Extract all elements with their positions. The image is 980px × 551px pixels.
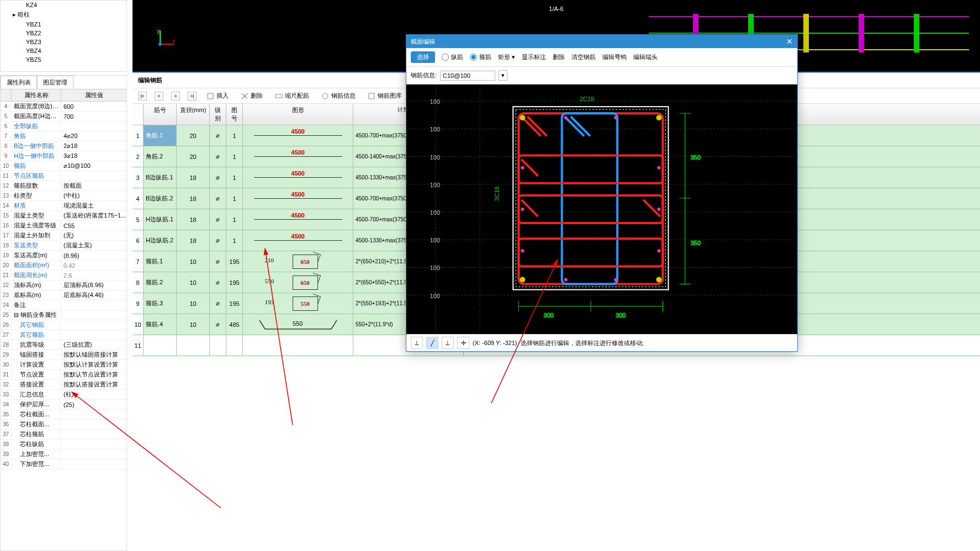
tree-item[interactable]: YBZ1	[1, 20, 126, 29]
property-row[interactable]: 22顶标高(m)层顶标高(8.96)	[1, 280, 126, 290]
delete-button[interactable]: 删除	[239, 91, 265, 101]
axis-grid-label: 1/A-6	[549, 6, 563, 12]
property-row[interactable]: 17混凝土外加剂(无)	[1, 231, 126, 241]
section-status-bar: ⊥ ╱ ⊥ ✛ (X: -609 Y: -321) 选择钢筋进行编辑，选择标注进…	[406, 334, 797, 351]
dim-w2: 300	[616, 312, 626, 319]
close-icon[interactable]: ✕	[786, 37, 793, 46]
info-icon	[321, 92, 329, 100]
nav-first-icon[interactable]: |<	[138, 92, 147, 100]
tab-layer-manage[interactable]: 图层管理	[37, 76, 73, 89]
property-row[interactable]: 10箍筋⌀10@100	[1, 161, 126, 171]
property-row[interactable]: 31 节点设置按默认节点设置计算	[1, 370, 126, 380]
tab-property-list[interactable]: 属性列表	[1, 76, 37, 89]
dim-h1: 350	[691, 154, 701, 161]
property-row[interactable]: 19泵送高度(m)(8.96)	[1, 251, 126, 261]
status-btn-2[interactable]: ╱	[426, 337, 438, 349]
nav-last-icon[interactable]: >|	[188, 92, 197, 100]
property-row[interactable]: 40 下加密范...	[1, 459, 126, 469]
nav-next-icon[interactable]: >	[171, 92, 180, 100]
property-row[interactable]: 23底标高(m)层底标高(4.46)	[1, 290, 126, 300]
property-rows[interactable]: 4截面宽度(B边)(...6005截面高度(H边)(...7006全部纵筋7角筋…	[1, 102, 126, 550]
insert-button[interactable]: 插入	[204, 91, 231, 101]
svg-point-47	[520, 115, 525, 120]
rebar-info-button[interactable]: 钢筋信息	[319, 91, 358, 101]
dim-w1: 300	[544, 312, 554, 319]
radio-stirrup[interactable]: 箍筋	[470, 53, 491, 61]
h-stirrup-1[interactable]	[518, 156, 663, 183]
property-row[interactable]: 6全部纵筋	[1, 121, 126, 131]
property-row[interactable]: 8B边一侧中部筋2⌀18	[1, 141, 126, 151]
radio-longitudinal[interactable]: 纵筋	[442, 53, 463, 61]
clear-rebar-button[interactable]: 清空钢筋	[571, 53, 596, 61]
property-row[interactable]: 33 汇总信息(柱)	[1, 390, 126, 400]
property-row[interactable]: 13柱类型(中柱)	[1, 191, 126, 201]
property-row[interactable]: 18泵送类型(混凝土泵)	[1, 241, 126, 251]
property-row[interactable]: 29 锚固搭接按默认锚固搭接计算	[1, 350, 126, 360]
property-row[interactable]: 26 其它钢筋	[1, 320, 126, 330]
rebar-info-input[interactable]	[440, 71, 495, 81]
property-row[interactable]: 4截面宽度(B边)(...600	[1, 102, 126, 112]
property-row[interactable]: 36 芯柱截面...	[1, 420, 126, 430]
tree-item[interactable]: YBZ4	[1, 46, 126, 55]
svg-point-50	[656, 277, 661, 283]
nav-prev-icon[interactable]: <	[155, 92, 163, 100]
status-btn-1[interactable]: ⊥	[411, 337, 423, 349]
property-row[interactable]: 38 芯柱纵筋	[1, 439, 126, 449]
property-row[interactable]: 14材质现浇混凝土	[1, 201, 126, 211]
svg-point-56	[657, 208, 660, 211]
property-row[interactable]: 37 芯柱箍筋	[1, 430, 126, 439]
dim-left: 3C18	[494, 187, 500, 201]
property-row[interactable]: 16混凝土强度等级C55	[1, 221, 126, 231]
section-editor-titlebar[interactable]: 截面编辑 ✕	[406, 35, 797, 48]
rebar-library-button[interactable]: 钢筋图库	[365, 91, 404, 101]
dropdown-icon[interactable]: ▾	[499, 70, 507, 81]
header-value: 属性值	[61, 89, 126, 101]
svg-rect-11	[803, 14, 809, 52]
property-row[interactable]: 27 其它箍筋	[1, 330, 126, 340]
property-row[interactable]: 32 搭接设置按默认搭接设置计算	[1, 380, 126, 390]
section-canvas[interactable]: 100100100 100100100 100100	[406, 84, 797, 334]
property-row[interactable]: 28 抗震等级(三级抗震)	[1, 340, 126, 350]
svg-line-46	[643, 200, 660, 216]
tree-item[interactable]: YBZ5	[1, 55, 126, 64]
vertical-stirrup[interactable]	[562, 113, 617, 284]
section-editor-window: 截面编辑 ✕ 选择 纵筋 箍筋 矩形 ▾ 显示标注 删除 清空钢筋 编辑弯钩 编…	[406, 34, 798, 352]
status-btn-4[interactable]: ✛	[457, 337, 469, 349]
h-stirrup-3[interactable]	[518, 239, 663, 266]
dim-h2: 350	[691, 240, 701, 246]
h-stirrup-2[interactable]	[518, 195, 663, 223]
grid-tick-labels: 100100100 100100100 100100	[430, 98, 440, 299]
col-diameter: 直径(mm)	[177, 104, 210, 125]
edit-hook-button[interactable]: 编辑弯钩	[602, 53, 627, 61]
tree-item[interactable]: KZ4	[1, 1, 126, 9]
property-panel: 属性列表 图层管理 属性名称 属性值 4截面宽度(B边)(...6005截面高度…	[0, 75, 127, 551]
property-row[interactable]: 25⊟ 钢筋业务属性	[1, 310, 126, 320]
select-button[interactable]: 选择	[411, 51, 435, 63]
property-row[interactable]: 35 芯柱截面...	[1, 410, 126, 420]
property-row[interactable]: 24备注	[1, 300, 126, 310]
rect-button[interactable]: 矩形 ▾	[498, 53, 515, 61]
component-tree[interactable]: KZ4 ▸ 暗柱 YBZ1 YBZ2 YBZ3 YBZ4 YBZ5	[0, 0, 127, 72]
status-btn-3[interactable]: ⊥	[442, 337, 454, 349]
property-row[interactable]: 21截面周长(m)2.6	[1, 271, 126, 280]
tree-group-hidden-column[interactable]: ▸ 暗柱	[1, 9, 126, 20]
property-row[interactable]: 34 保护层厚...(25)	[1, 400, 126, 410]
property-row[interactable]: 15混凝土类型(泵送砼(坍落度175~1...	[1, 211, 126, 221]
property-row[interactable]: 11节点区箍筋	[1, 171, 126, 181]
property-row[interactable]: 9H边一侧中部筋3⌀18	[1, 151, 126, 161]
show-anno-button[interactable]: 显示标注	[522, 53, 546, 61]
property-row[interactable]: 30 计算设置按默认计算设置计算	[1, 360, 126, 370]
delete-button[interactable]: 删除	[553, 53, 565, 61]
outer-stirrup[interactable]	[518, 113, 663, 284]
property-row[interactable]: 39 上加密范...	[1, 449, 126, 459]
property-row[interactable]: 5截面高度(H边)(...700	[1, 112, 126, 121]
property-row[interactable]: 20截面面积(m²)0.42	[1, 261, 126, 271]
tree-item[interactable]: YBZ2	[1, 29, 126, 38]
scale-rebar-button[interactable]: 缩尺配筋	[273, 91, 311, 101]
svg-text:100: 100	[430, 154, 440, 161]
tree-item[interactable]: YBZ3	[1, 38, 126, 46]
svg-rect-19	[369, 93, 374, 99]
edit-end-button[interactable]: 编辑端头	[633, 53, 658, 61]
property-row[interactable]: 7角筋4⌀20	[1, 131, 126, 141]
property-row[interactable]: 12箍筋肢数按截面	[1, 181, 126, 191]
